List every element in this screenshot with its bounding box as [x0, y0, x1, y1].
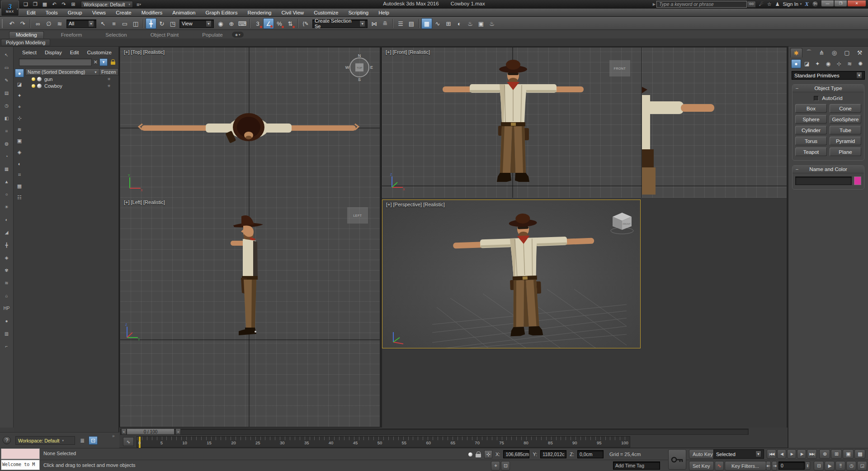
name-column-header[interactable]: Name (Sorted Descending)▼ — [26, 69, 99, 75]
triangle-icon[interactable]: ▲ — [2, 177, 12, 186]
display-space-warps-icon[interactable]: ≋ — [15, 125, 24, 134]
panel-grid-icon[interactable]: ▤ — [2, 88, 12, 98]
ribbon-toggle-icon[interactable]: ▦ — [421, 18, 432, 29]
absolute-mode-transform-icon[interactable]: ⊹ — [484, 450, 492, 458]
half-square-icon[interactable]: ◧ — [2, 114, 12, 123]
primitive-button[interactable]: Cylinder — [795, 126, 827, 134]
menu-item[interactable]: Help — [373, 9, 394, 16]
viewport-shading-label[interactable]: [Realistic] — [143, 49, 165, 55]
utilities-tab-icon[interactable]: ⚒ — [854, 48, 866, 57]
toolbar-grip[interactable] — [2, 19, 4, 28]
display-tab-icon[interactable]: ▢ — [841, 48, 853, 57]
menu-item[interactable]: Edit — [22, 9, 41, 16]
play-icon[interactable]: ▶ — [787, 449, 796, 459]
jump-end-icon[interactable]: ⇥ — [772, 461, 777, 471]
viewport-perspective[interactable]: [+] [Perspective] [Realistic] — [382, 200, 641, 348]
overflow-chevron[interactable]: » — [112, 433, 115, 438]
use-pivot-point-center-icon[interactable]: ◉ — [215, 18, 226, 29]
shaded-sphere-icon[interactable]: ◍ — [2, 139, 12, 148]
menu-item[interactable]: Modifiers — [137, 9, 168, 16]
helpers-category-icon[interactable]: ⊹ — [834, 59, 844, 68]
key-mode-toggle-icon[interactable]: ⊟ — [814, 461, 824, 471]
geometry-category-icon[interactable]: ● — [791, 59, 801, 68]
visibility-bulb-icon[interactable] — [32, 84, 35, 88]
isolate-selection-icon[interactable]: ⌖ — [491, 461, 500, 471]
time-slider-track[interactable] — [120, 428, 749, 435]
selection-lock-toggle-icon[interactable] — [476, 454, 481, 457]
snaps-toggle-3d-icon[interactable]: 3 — [252, 18, 263, 29]
lights-category-icon[interactable]: ✦ — [812, 59, 822, 68]
spinner-snap-icon[interactable]: ⇅ — [285, 18, 296, 29]
select-cursor-icon[interactable]: ↖ — [2, 50, 12, 60]
hash-grid-icon[interactable]: ⌗ — [2, 126, 12, 136]
angle-snap-icon[interactable]: ∠ — [263, 18, 274, 29]
menu-item[interactable]: Group — [63, 9, 87, 16]
clear-search-icon[interactable]: ✕ — [94, 59, 98, 65]
cowboy-model-partial[interactable] — [642, 81, 714, 195]
house-icon[interactable]: ⌂ — [2, 291, 12, 300]
half-moon-icon[interactable]: ◐ — [2, 215, 12, 224]
user-avatar-icon[interactable]: ♟ — [775, 1, 780, 7]
project-folder-icon[interactable]: ⊞ — [69, 1, 77, 8]
name-and-color-rollout-header[interactable]: − Name and Color — [793, 166, 864, 173]
modify-tab-icon[interactable]: ⌒ — [803, 48, 815, 57]
edit-named-selection-sets-icon[interactable]: {✎ — [300, 18, 311, 29]
maxscript-listener-pink[interactable] — [1, 448, 40, 459]
hierarchy-tab-icon[interactable]: ⋔ — [816, 48, 828, 57]
redo-icon[interactable]: ↷ — [17, 18, 28, 29]
workspace-dropdown[interactable]: Workspace: Default — [81, 1, 133, 8]
display-shapes-icon[interactable]: ◪ — [15, 80, 24, 89]
open-file-icon[interactable]: ❐ — [31, 1, 39, 8]
primitive-button[interactable]: GeoSphere — [830, 115, 861, 124]
layer-manager-icon[interactable]: ☰ — [395, 18, 406, 29]
layer-stack-icon[interactable]: ≣ — [78, 436, 87, 445]
menu-item[interactable]: Graph Editors — [200, 9, 242, 16]
viewport-menu-plus[interactable]: [+] — [124, 49, 130, 55]
circle-icon[interactable]: ○ — [2, 190, 12, 199]
object-name-input[interactable] — [795, 176, 852, 185]
display-helpers-icon[interactable]: ⊹ — [15, 114, 24, 123]
scene-explorer-icon[interactable]: ▤ — [406, 18, 417, 29]
track-bar-ruler[interactable]: 0510152025303540455055606570758085909510… — [137, 436, 630, 447]
cameras-category-icon[interactable]: ◉ — [823, 59, 833, 68]
play-animation-icon[interactable]: ▶ — [825, 461, 835, 471]
ribbon-tab[interactable]: Populate — [196, 32, 229, 38]
lock-icon[interactable] — [109, 58, 117, 66]
cowboy-model-left-view[interactable] — [230, 209, 275, 343]
shapes-category-icon[interactable]: ◪ — [802, 59, 812, 68]
rendered-frame-window-icon[interactable]: ▣ — [476, 18, 486, 29]
curve-editor-icon[interactable]: ∿ — [432, 18, 443, 29]
bind-to-space-warp-icon[interactable]: ≋ — [54, 18, 65, 29]
scene-object-row[interactable]: Cowboy ✳ — [25, 82, 118, 89]
explorer-menu-item[interactable]: Select — [19, 50, 40, 55]
select-and-rotate-icon[interactable]: ↻ — [156, 18, 167, 29]
frozen-toggle-icon[interactable]: ✳ — [99, 84, 118, 88]
corner-icon[interactable]: ⌐ — [2, 342, 12, 351]
viewport-front[interactable]: [+] [Front] [Realistic] FRONT — [382, 48, 787, 198]
undo-icon[interactable]: ↶ — [6, 18, 17, 29]
schematic-view-icon[interactable]: ⊞ — [443, 18, 454, 29]
frozen-column-header[interactable]: Frozen — [99, 69, 118, 75]
set-key-toggle-button[interactable] — [668, 449, 686, 470]
space-warps-category-icon[interactable]: ≋ — [845, 59, 855, 68]
select-and-manipulate-icon[interactable]: ⊕ — [226, 18, 237, 29]
filter-funnel-icon[interactable]: ▼ — [99, 58, 108, 66]
polygon-modeling-panel-tab[interactable]: Polygon Modeling — [1, 39, 50, 46]
viewcube-perspective[interactable]: FRONT — [609, 208, 636, 235]
menu-item[interactable]: Create — [111, 9, 137, 16]
viewport-shading-label[interactable]: [Realistic] — [423, 202, 445, 207]
object-color-swatch[interactable] — [854, 176, 861, 185]
frame-spinner[interactable]: ▲▼ — [805, 461, 810, 470]
primitive-button[interactable]: Pyramid — [830, 137, 861, 145]
menu-item[interactable]: Rendering — [242, 9, 276, 16]
menu-item[interactable]: Customize — [309, 9, 343, 16]
new-key-curve-icon[interactable]: ∿ — [715, 461, 724, 471]
viewport-view-label[interactable]: [Left] — [131, 200, 142, 205]
motion-tab-icon[interactable]: ◎ — [828, 48, 840, 57]
ribbon-tab[interactable]: Freeform — [55, 32, 89, 38]
primitive-button[interactable]: Box — [795, 104, 827, 113]
plus-tool-icon[interactable]: ╋ — [2, 240, 12, 250]
primitive-button[interactable]: Teapot — [795, 147, 827, 156]
render-setup-icon[interactable]: ♨ — [465, 18, 476, 29]
pencil-icon[interactable]: ✎ — [2, 76, 12, 85]
